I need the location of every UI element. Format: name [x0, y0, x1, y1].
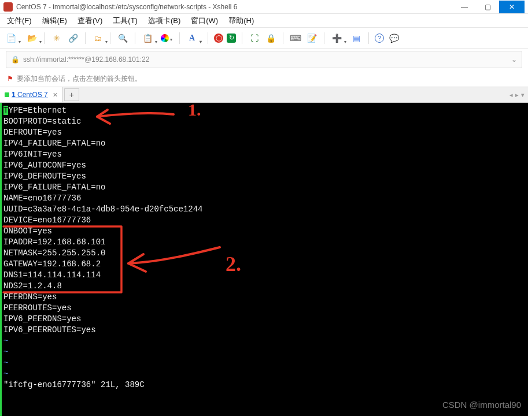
- reconnect-icon[interactable]: 🗂: [91, 32, 104, 44]
- menu-window[interactable]: 窗口(W): [191, 16, 218, 26]
- menu-tabs[interactable]: 选项卡(B): [148, 16, 180, 26]
- record-icon[interactable]: ◯: [214, 34, 223, 43]
- copy-icon[interactable]: 📋: [141, 32, 154, 44]
- status-dot-icon: [5, 92, 9, 97]
- terminal-line: GATEWAY=192.168.68.2: [3, 259, 525, 270]
- fullscreen-icon[interactable]: ⛶: [248, 32, 261, 44]
- terminal-line: IPADDR=192.168.68.101: [3, 237, 525, 248]
- terminal-line: DNS1=114.114.114.114: [3, 270, 525, 281]
- terminal-empty-line: ~: [3, 347, 525, 358]
- tile-icon[interactable]: ▤: [350, 32, 363, 44]
- window-title: CentOS 7 - immortal@localhost:/etc/sysco…: [16, 3, 453, 11]
- refresh-icon[interactable]: ↻: [227, 34, 236, 43]
- hint-text: 要添加当前会话，点击左侧的箭头按钮。: [17, 74, 142, 84]
- minimize-button[interactable]: —: [453, 1, 476, 13]
- terminal-line: UUID=c3a3a7e8-4c1a-4db8-954e-d20fc5ce124…: [3, 204, 525, 215]
- menu-help[interactable]: 帮助(H): [228, 16, 254, 26]
- address-url: ssh://immortal:******@192.168.68.101:22: [23, 55, 149, 64]
- terminal-line: IPV6_DEFROUTE=yes: [3, 171, 525, 182]
- terminal-empty-line: ~: [3, 369, 525, 380]
- toolbar: 📄 📂 ✳ 🔗 🗂 🔍 📋 A ◯ ↻ ⛶ 🔒 ⌨ 📝 ➕ ▤ ? 💬: [0, 28, 528, 49]
- new-window-icon[interactable]: ➕: [330, 32, 343, 44]
- help-icon[interactable]: ?: [375, 34, 384, 43]
- menu-tools[interactable]: 工具(T): [113, 16, 138, 26]
- lock-small-icon: 🔒: [11, 55, 20, 64]
- active-session-indicator: [0, 103, 2, 416]
- terminal-line: NDS2=1.2.4.8: [3, 281, 525, 292]
- tab-close-icon[interactable]: ✕: [53, 91, 58, 99]
- compose-icon[interactable]: 📝: [305, 32, 318, 44]
- add-tab-button[interactable]: +: [64, 88, 79, 101]
- terminal-line: DEFROUTE=yes: [3, 127, 525, 138]
- terminal-line: IPV6_PEERROUTES=yes: [3, 325, 525, 336]
- address-dropdown-icon[interactable]: ⌄: [511, 55, 517, 64]
- link-icon[interactable]: 🔗: [67, 32, 79, 44]
- title-bar: CentOS 7 - immortal@localhost:/etc/sysco…: [0, 0, 528, 14]
- terminal-line: ONBOOT=yes: [3, 226, 525, 237]
- new-session-icon[interactable]: 📄: [5, 32, 17, 44]
- font-icon[interactable]: A: [186, 32, 198, 44]
- tab-nav-next-icon[interactable]: ▸: [515, 91, 519, 99]
- open-icon[interactable]: 📂: [25, 32, 38, 44]
- flag-icon: ⚑: [7, 75, 13, 83]
- find-icon[interactable]: 🔍: [116, 32, 129, 44]
- terminal-line: TYPE=Ethernet: [3, 105, 525, 116]
- keyboard-icon[interactable]: ⌨: [289, 32, 302, 44]
- tab-strip: 1 CentOS 7 ✕ + ◂ ▸ ▾: [0, 87, 528, 103]
- tab-centos7[interactable]: 1 CentOS 7 ✕: [0, 87, 63, 102]
- app-icon: [3, 2, 13, 12]
- terminal-line: NETMASK=255.255.255.0: [3, 248, 525, 259]
- close-button[interactable]: ✕: [499, 1, 525, 13]
- terminal-line: BOOTPROTO=static: [3, 116, 525, 127]
- terminal-line: DEVICE=eno16777736: [3, 215, 525, 226]
- tab-nav-prev-icon[interactable]: ◂: [509, 91, 513, 99]
- tab-list-icon[interactable]: ▾: [521, 91, 525, 99]
- maximize-button[interactable]: ▢: [476, 1, 499, 13]
- lock-icon[interactable]: 🔒: [264, 32, 277, 44]
- terminal-line: IPV6_AUTOCONF=yes: [3, 160, 525, 171]
- terminal-line: NAME=eno16777736: [3, 193, 525, 204]
- terminal-line: PEERROUTES=yes: [3, 303, 525, 314]
- color-scheme-icon[interactable]: [161, 34, 169, 42]
- terminal-status-line: "ifcfg-eno16777736" 21L, 389C: [3, 380, 525, 391]
- terminal-line: IPV6_FAILURE_FATAL=no: [3, 182, 525, 193]
- menu-edit[interactable]: 编辑(E): [42, 16, 67, 26]
- feedback-icon[interactable]: 💬: [387, 32, 400, 44]
- menu-view[interactable]: 查看(V): [77, 16, 102, 26]
- terminal[interactable]: TYPE=EthernetBOOTPROTO=staticDEFROUTE=ye…: [0, 103, 528, 416]
- terminal-line: IPV6_PEERDNS=yes: [3, 314, 525, 325]
- terminal-line: IPV6INIT=yes: [3, 149, 525, 160]
- hint-bar: ⚑ 要添加当前会话，点击左侧的箭头按钮。: [0, 70, 528, 87]
- watermark: CSDN @immortal90: [442, 399, 521, 410]
- terminal-line: PEERDNS=yes: [3, 292, 525, 303]
- menu-file[interactable]: 文件(F): [7, 16, 32, 26]
- terminal-empty-line: ~: [3, 336, 525, 347]
- address-bar[interactable]: 🔒 ssh://immortal:******@192.168.68.101:2…: [6, 51, 522, 68]
- terminal-line: IPV4_FAILURE_FATAL=no: [3, 138, 525, 149]
- menu-bar: 文件(F) 编辑(E) 查看(V) 工具(T) 选项卡(B) 窗口(W) 帮助(…: [0, 14, 528, 28]
- properties-icon[interactable]: ✳: [50, 32, 63, 44]
- terminal-empty-line: ~: [3, 358, 525, 369]
